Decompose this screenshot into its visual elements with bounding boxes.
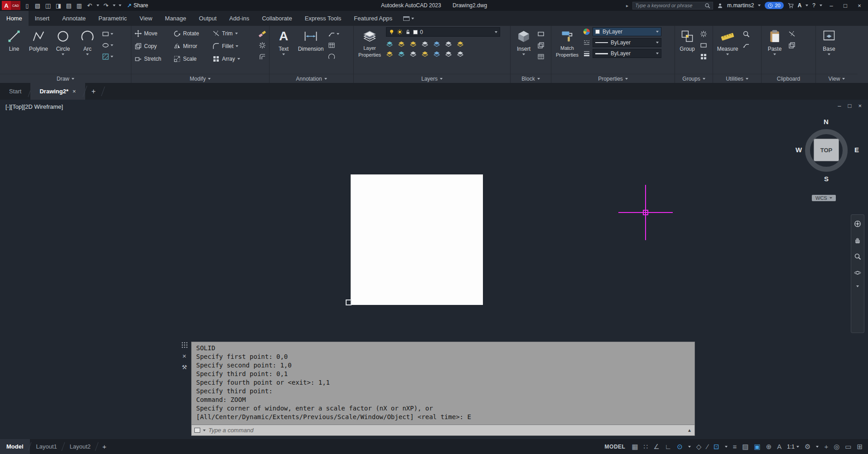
- command-history[interactable]: SOLID Specify first point: 0,0 Specify s…: [192, 342, 694, 425]
- polyline-tool[interactable]: Polyline: [26, 27, 51, 74]
- search-expand-icon[interactable]: ▸: [626, 3, 628, 8]
- tab-annotate[interactable]: Annotate: [56, 11, 92, 26]
- layer-off-tool[interactable]: [386, 40, 398, 47]
- transparency-icon[interactable]: ▨: [742, 443, 748, 451]
- match-properties-button[interactable]: Match Properties: [553, 27, 581, 74]
- rectangle-caret-icon[interactable]: [111, 33, 113, 35]
- group-edit-tool[interactable]: [700, 42, 707, 49]
- tab-home[interactable]: Home: [0, 11, 29, 26]
- wcs-menu[interactable]: WCS: [812, 195, 836, 201]
- dimension-tool[interactable]: Dimension: [296, 27, 326, 74]
- object-snap-tracking-icon[interactable]: ∕: [707, 443, 708, 450]
- fillet-tool[interactable]: Fillet: [211, 40, 256, 53]
- copy-clip-tool[interactable]: [788, 42, 796, 49]
- save-as-button[interactable]: ◨: [55, 2, 62, 9]
- rectangle-tool[interactable]: [102, 30, 113, 38]
- plot-button[interactable]: ▥: [76, 2, 83, 9]
- layer-isolate-tool[interactable]: [398, 40, 410, 47]
- orbit-icon[interactable]: [854, 269, 861, 276]
- measure-caret-icon[interactable]: [726, 53, 729, 55]
- isodraft-icon[interactable]: ◇: [696, 443, 702, 451]
- osnap-caret-icon[interactable]: [725, 446, 728, 448]
- ribbon-display-toggle[interactable]: [403, 11, 414, 26]
- circle-tool[interactable]: Circle: [51, 27, 75, 74]
- file-tab-start[interactable]: Start: [0, 83, 30, 100]
- mirror-tool[interactable]: Mirror: [172, 40, 211, 53]
- hatch-caret-icon[interactable]: [111, 56, 113, 58]
- panel-groups-title[interactable]: Groups: [675, 74, 713, 83]
- layer-freeze-tool[interactable]: [410, 40, 421, 47]
- navbar-more-caret-icon[interactable]: [856, 285, 859, 287]
- viewport-minimize-icon[interactable]: –: [838, 102, 841, 109]
- panel-clipboard-title[interactable]: Clipboard: [762, 74, 815, 83]
- arc-caret-icon[interactable]: [86, 53, 89, 55]
- color-wheel-icon[interactable]: [583, 28, 590, 35]
- command-window-close-icon[interactable]: ×: [183, 352, 187, 360]
- maximize-button[interactable]: □: [840, 2, 850, 9]
- redo-caret-icon[interactable]: [113, 5, 116, 6]
- tab-view[interactable]: View: [133, 11, 159, 26]
- dynamic-input-icon[interactable]: ⊕: [766, 443, 772, 451]
- infer-constraints-icon[interactable]: ∠: [653, 443, 659, 451]
- table-tool[interactable]: [328, 42, 339, 49]
- tab-insert[interactable]: Insert: [29, 11, 56, 26]
- redo-button[interactable]: ↷: [102, 2, 110, 9]
- panel-properties-title[interactable]: Properties: [551, 74, 675, 83]
- block-attributes-tool[interactable]: [537, 53, 545, 60]
- panel-utilities-title[interactable]: Utilities: [713, 74, 761, 83]
- explode-tool[interactable]: [259, 42, 266, 49]
- array-tool[interactable]: Array: [211, 53, 256, 65]
- ortho-icon[interactable]: ∟: [665, 443, 672, 450]
- layer-walk-tool[interactable]: [386, 50, 398, 57]
- trim-tool[interactable]: Trim: [211, 27, 256, 40]
- tab-output[interactable]: Output: [193, 11, 223, 26]
- panel-block-title[interactable]: Block: [511, 74, 551, 83]
- annotation-visibility-icon[interactable]: A: [777, 443, 781, 450]
- username[interactable]: m.martins2: [727, 2, 754, 9]
- command-scroll-up-icon[interactable]: ▲: [687, 428, 692, 433]
- workspace-caret-icon[interactable]: [816, 446, 819, 448]
- viewport-controls[interactable]: [-][Top][2D Wireframe]: [5, 103, 63, 110]
- panel-modify-title[interactable]: Modify: [131, 74, 269, 83]
- paste-caret-icon[interactable]: [773, 53, 776, 55]
- text-tool[interactable]: A Text: [271, 27, 296, 74]
- new-drawing-tab-button[interactable]: +: [85, 83, 102, 100]
- command-prompt-icon[interactable]: [194, 428, 200, 433]
- polar-tracking-icon[interactable]: ⊙: [677, 443, 683, 451]
- measure-tool[interactable]: Measure: [715, 27, 740, 74]
- file-tab-drawing2[interactable]: Drawing2* ×: [30, 83, 85, 100]
- linetype-dropdown[interactable]: ByLayer: [593, 38, 661, 47]
- clean-screen-icon[interactable]: ⊞: [857, 443, 863, 451]
- annotation-scale[interactable]: 1:1: [787, 444, 799, 450]
- object-snap-icon[interactable]: ⊡: [714, 443, 719, 451]
- object-color-dropdown[interactable]: ByLayer: [593, 27, 661, 36]
- group-tool[interactable]: Group: [677, 27, 698, 74]
- layer-previous-tool[interactable]: [457, 40, 468, 47]
- layer-merge-tool[interactable]: [433, 50, 445, 57]
- undo-caret-icon[interactable]: [96, 5, 99, 6]
- app-caret-icon[interactable]: [805, 5, 808, 6]
- panel-draw-title[interactable]: Draw: [0, 74, 131, 83]
- tab-featured-apps[interactable]: Featured Apps: [347, 11, 399, 26]
- id-point-tool[interactable]: [743, 42, 750, 49]
- qat-customize-caret-icon[interactable]: [119, 5, 121, 6]
- command-window-drag-grip[interactable]: [181, 342, 188, 348]
- layout2-tab[interactable]: Layout2: [63, 439, 97, 454]
- layer-on-tool[interactable]: [398, 50, 410, 57]
- unlock-layer-tool[interactable]: [421, 50, 433, 57]
- selection-cycling-icon[interactable]: ▣: [754, 443, 760, 451]
- layer-dropdown[interactable]: 0: [386, 27, 500, 37]
- tab-manage[interactable]: Manage: [159, 11, 193, 26]
- object-color-caret-icon[interactable]: [656, 31, 659, 33]
- ellipse-caret-icon[interactable]: [111, 44, 113, 46]
- base-caret-icon[interactable]: [828, 53, 830, 55]
- insert-caret-icon[interactable]: [522, 53, 525, 55]
- command-window-wrench-icon[interactable]: ⚒: [182, 364, 187, 371]
- panel-layers-title[interactable]: Layers: [354, 74, 510, 83]
- workspace-gear-icon[interactable]: ⚙: [805, 443, 810, 451]
- close-button[interactable]: ×: [854, 2, 864, 9]
- create-block-tool[interactable]: [537, 30, 545, 38]
- ungroup-tool[interactable]: [700, 30, 707, 38]
- linetype-icon[interactable]: [583, 39, 590, 46]
- search-input[interactable]: [635, 3, 702, 8]
